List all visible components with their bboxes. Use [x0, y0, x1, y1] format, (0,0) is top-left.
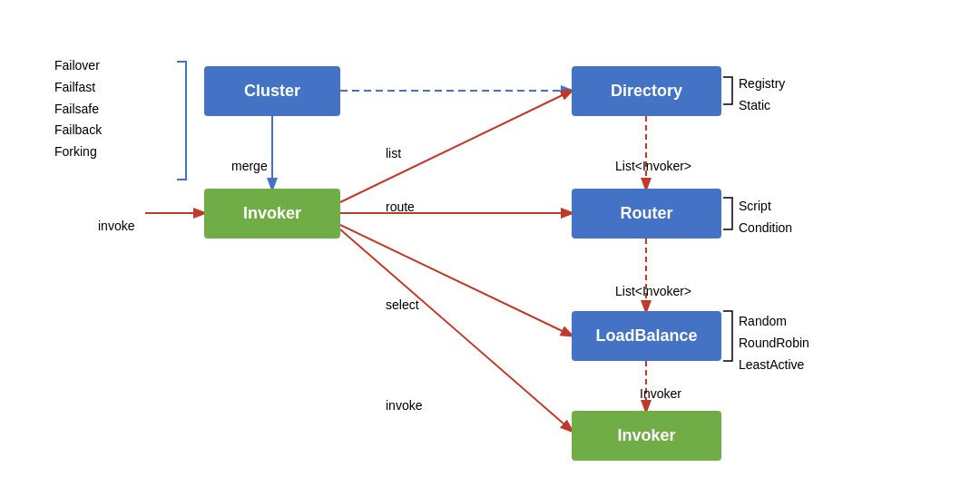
- invoke2-label: invoke: [386, 398, 422, 413]
- cluster-box: Cluster: [204, 66, 340, 116]
- cluster-type-labels: Failover Failfast Failsafe Failback Fork…: [54, 55, 102, 163]
- svg-line-7: [340, 225, 572, 336]
- static-label: Static: [739, 95, 785, 117]
- list-invoker-label: List<Invoker>: [615, 159, 691, 173]
- forking-label: Forking: [54, 141, 102, 163]
- loadbalance-type-labels: Random RoundRobin LeastActive: [739, 311, 809, 375]
- invoker-edge-label: Invoker: [640, 386, 681, 401]
- merge-label: merge: [231, 159, 268, 173]
- loadbalance-label: LoadBalance: [595, 326, 697, 346]
- svg-line-5: [340, 91, 572, 202]
- leastactive-label: LeastActive: [739, 355, 809, 376]
- svg-line-8: [340, 229, 572, 431]
- script-label: Script: [739, 196, 792, 218]
- directory-type-labels: Registry Static: [739, 73, 785, 117]
- directory-label: Directory: [611, 82, 682, 101]
- router-type-labels: Script Condition: [739, 196, 792, 239]
- random-label: Random: [739, 311, 809, 333]
- router-label: Router: [621, 204, 673, 223]
- router-box: Router: [572, 189, 721, 238]
- invoker-bottom-label: Invoker: [617, 426, 675, 445]
- failfast-label: Failfast: [54, 77, 102, 99]
- roundrobin-label: RoundRobin: [739, 333, 809, 355]
- registry-label: Registry: [739, 73, 785, 95]
- invoker-bottom-box: Invoker: [572, 411, 721, 461]
- failback-label: Failback: [54, 120, 102, 141]
- list-label: list: [386, 146, 401, 161]
- route-label: route: [386, 200, 415, 214]
- arrows-svg: [36, 12, 944, 465]
- directory-box: Directory: [572, 66, 721, 116]
- failsafe-label: Failsafe: [54, 99, 102, 121]
- loadbalance-box: LoadBalance: [572, 311, 721, 361]
- cluster-label: Cluster: [244, 82, 300, 101]
- diagram-container: Cluster Invoker Directory Router LoadBal…: [36, 12, 944, 465]
- failover-label: Failover: [54, 55, 102, 77]
- invoke-label: invoke: [98, 219, 134, 233]
- select-label: select: [386, 297, 419, 312]
- invoker-top-label: Invoker: [243, 204, 301, 223]
- invoker-top-box: Invoker: [204, 189, 340, 238]
- list-invoker2-label: List<Invoker>: [615, 284, 691, 298]
- condition-label: Condition: [739, 218, 792, 239]
